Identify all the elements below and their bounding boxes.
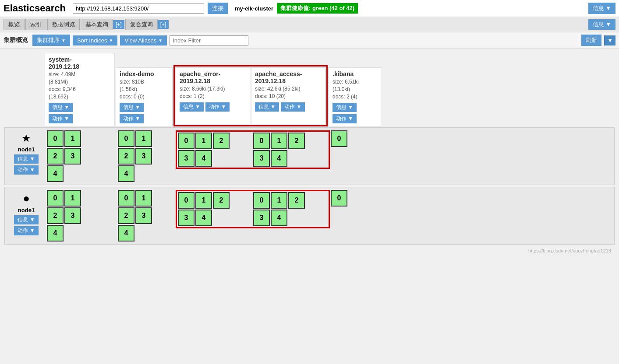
sys-r-shard-0[interactable]: 0	[47, 190, 64, 206]
ae-r-shard-0[interactable]: 0	[178, 192, 195, 209]
sys-r-shard-4[interactable]: 4	[47, 225, 64, 242]
aa-shard-3[interactable]: 3	[253, 150, 270, 167]
action-button-apache-error[interactable]: 动作 ▼	[205, 102, 230, 112]
info-button-demo[interactable]: 信息 ▼	[120, 103, 144, 112]
app-title: Elasticsearch	[4, 3, 66, 14]
index-header-system: system-2019.12.18 size: 4.09Mi (8.81Mi) …	[45, 53, 115, 126]
system-shards-replica: 0 1 2 3 4	[47, 190, 117, 242]
ae-shard-3[interactable]: 3	[178, 150, 195, 167]
top-bar: Elasticsearch 连接 my-elk-cluster 集群健康值: g…	[0, 0, 619, 17]
nav-info-button[interactable]: 信息 ▼	[588, 19, 616, 30]
nav-bar: 概览 索引 数据浏览 基本查询 [+] 复合查询 [+] 信息 ▼	[0, 17, 619, 32]
index-header-apache-access: apache_access-2019.12.18 size: 42.6ki (8…	[251, 67, 325, 124]
action-button-apache-access[interactable]: 动作 ▼	[281, 102, 305, 112]
info-button-apache-access[interactable]: 信息 ▼	[255, 102, 279, 112]
shard-0[interactable]: 0	[47, 130, 64, 147]
connect-button[interactable]: 连接	[208, 3, 228, 14]
full-layout: system-2019.12.18 size: 4.09Mi (8.81Mi) …	[4, 53, 615, 246]
aa-r-shard-2[interactable]: 2	[288, 192, 305, 209]
demo-r-shard-2[interactable]: 2	[118, 207, 134, 224]
toolbar: 集群概览 集群排序 ▼ Sort Indices ▼ View Aliases …	[0, 32, 619, 49]
sys-r-shard-3[interactable]: 3	[64, 207, 81, 224]
action-button-kibana[interactable]: 动作 ▼	[332, 114, 357, 123]
tab-data-browse[interactable]: 数据浏览	[47, 19, 80, 30]
basic-query-plus[interactable]: [+]	[113, 20, 124, 29]
index-docs-demo: docs: 0 (0)	[120, 94, 169, 100]
demo-shard-0[interactable]: 0	[118, 130, 134, 147]
aa-shard-0[interactable]: 0	[253, 133, 270, 149]
ae-shard-2[interactable]: 2	[213, 133, 230, 149]
ae-r-shard-2[interactable]: 2	[213, 192, 230, 209]
tab-indices[interactable]: 索引	[25, 19, 46, 30]
apache-error-shards-primary: 0 1 2 3 4	[178, 133, 252, 167]
index-name-demo: index-demo	[120, 70, 169, 77]
action-button-demo[interactable]: 动作 ▼	[120, 114, 144, 123]
node1-replica-info-button[interactable]: 信息 ▼	[14, 215, 38, 224]
aa-r-shard-0[interactable]: 0	[253, 192, 270, 209]
info-button-kibana[interactable]: 信息 ▼	[332, 103, 357, 112]
index-docs2-system: (18,692)	[49, 94, 111, 100]
demo-r-shard-1[interactable]: 1	[135, 190, 152, 206]
tab-overview[interactable]: 概览	[4, 19, 25, 30]
view-aliases-button[interactable]: View Aliases ▼	[120, 35, 167, 46]
demo-shard-2[interactable]: 2	[118, 148, 134, 164]
ae-shard-1[interactable]: 1	[195, 133, 212, 149]
demo-shard-1[interactable]: 1	[135, 130, 152, 147]
apache-access-shards-primary: 0 1 2 3 4	[253, 133, 328, 167]
node1-replica-action-button[interactable]: 动作 ▼	[14, 226, 38, 235]
apache-access-shards-replica: 0 1 2 3 4	[253, 192, 328, 226]
aa-r-shard-4[interactable]: 4	[271, 210, 287, 226]
index-size2-system: (8.81Mi)	[49, 79, 111, 85]
node1-replica-label: node1	[18, 207, 35, 214]
node1-replica-row: ● node1 信息 ▼ 动作 ▼ 0 1 2 3 4	[4, 187, 615, 245]
demo-r-shard-0[interactable]: 0	[118, 190, 134, 206]
shard-4[interactable]: 4	[47, 165, 64, 182]
index-filter-input[interactable]	[170, 35, 248, 46]
index-name-system: system-2019.12.18	[49, 56, 111, 70]
ae-shard-0[interactable]: 0	[178, 133, 195, 149]
index-docs-apache-error: docs: 1 (2)	[180, 93, 246, 99]
info-button-apache-error[interactable]: 信息 ▼	[180, 102, 204, 112]
ae-r-shard-3[interactable]: 3	[178, 210, 195, 226]
url-input[interactable]	[73, 4, 204, 14]
info-button-system[interactable]: 信息 ▼	[49, 103, 73, 112]
demo-r-shard-3[interactable]: 3	[135, 207, 152, 224]
kibana-r-shard-0[interactable]: 0	[331, 190, 347, 206]
footer-note: https://blog.csdn.net/caozhengtao1213	[4, 246, 615, 255]
demo-r-shard-4[interactable]: 4	[118, 225, 134, 242]
ae-shard-4[interactable]: 4	[195, 150, 212, 167]
compound-query-plus[interactable]: [+]	[158, 20, 169, 29]
kibana-shards-replica: 0	[331, 190, 383, 206]
aa-r-shard-1[interactable]: 1	[271, 192, 287, 209]
sys-r-shard-1[interactable]: 1	[64, 190, 81, 206]
aa-shard-4[interactable]: 4	[271, 150, 287, 167]
index-size-system: size: 4.09Mi	[49, 71, 111, 77]
sort-indices-button[interactable]: Sort Indices ▼	[73, 35, 118, 46]
refresh-arrow-button[interactable]: ▼	[604, 35, 615, 46]
health-badge: 集群健康值: green (42 of 42)	[277, 3, 358, 14]
demo-shard-3[interactable]: 3	[135, 148, 152, 164]
aa-shard-2[interactable]: 2	[288, 133, 305, 149]
refresh-button[interactable]: 刷新	[581, 35, 601, 46]
aa-shard-1[interactable]: 1	[271, 133, 287, 149]
cluster-sort-button[interactable]: 集群排序 ▼	[32, 35, 70, 46]
index-size2-kibana: (13.0ki)	[332, 86, 377, 92]
ae-r-shard-4[interactable]: 4	[195, 210, 212, 226]
shard-3[interactable]: 3	[64, 148, 81, 164]
node1-action-button[interactable]: 动作 ▼	[14, 165, 38, 175]
highlighted-shards-replica: 0 1 2 3 4 0 1 2	[176, 190, 330, 228]
demo-shard-4[interactable]: 4	[118, 165, 134, 182]
sys-r-shard-2[interactable]: 2	[47, 207, 64, 224]
aa-r-shard-3[interactable]: 3	[253, 210, 270, 226]
node1-info-button[interactable]: 信息 ▼	[14, 154, 38, 164]
kibana-shard-0[interactable]: 0	[331, 130, 347, 147]
ae-r-shard-1[interactable]: 1	[195, 192, 212, 209]
index-size2-demo: (1.58ki)	[120, 86, 169, 92]
index-header-apache-error: apache_error-2019.12.18 size: 8.66ki (17…	[176, 67, 250, 124]
shard-1[interactable]: 1	[64, 130, 81, 147]
info-top-button[interactable]: 信息 ▼	[588, 3, 616, 14]
shard-2[interactable]: 2	[47, 148, 64, 164]
action-button-system[interactable]: 动作 ▼	[49, 114, 73, 123]
tab-compound-query[interactable]: 复合查询	[125, 19, 158, 30]
tab-basic-query[interactable]: 基本查询	[81, 19, 113, 30]
